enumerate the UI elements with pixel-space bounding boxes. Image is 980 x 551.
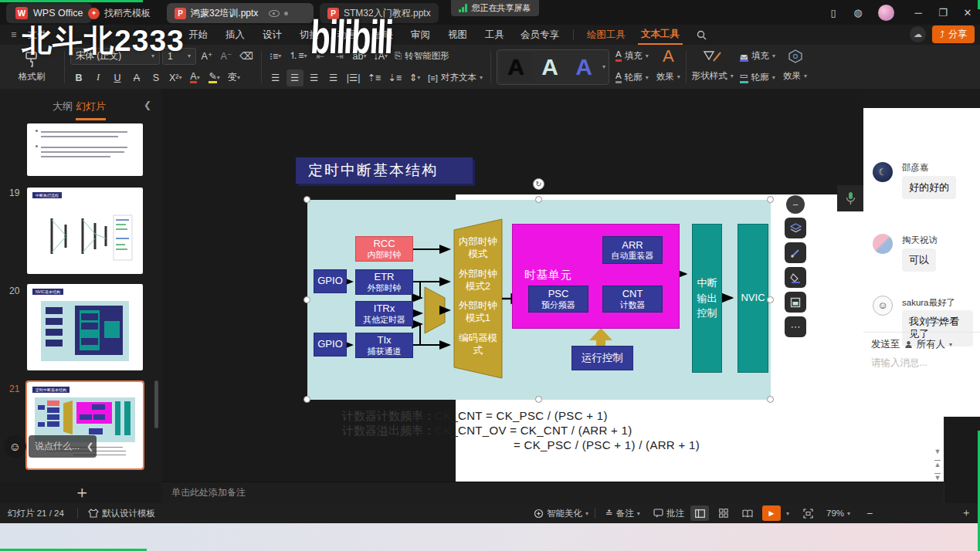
menu-text-tools[interactable]: 文本工具 bbox=[638, 25, 683, 45]
format-painter-button[interactable]: 格式刷 bbox=[5, 47, 59, 87]
italic-button[interactable]: I bbox=[90, 69, 107, 86]
selection-handle-s[interactable] bbox=[535, 396, 542, 403]
selection-handle-sw[interactable] bbox=[303, 396, 310, 403]
collapse-toolbar-button[interactable]: − bbox=[786, 195, 805, 214]
line-spacing-button[interactable]: ⇕▾ bbox=[406, 69, 423, 86]
decrease-font-button[interactable]: A⁻ bbox=[218, 48, 235, 65]
chat-message-input[interactable]: 请输入消息... bbox=[871, 357, 927, 370]
distribute-button[interactable]: |☰| bbox=[344, 69, 363, 86]
increase-indent-button[interactable]: ⇥ bbox=[331, 48, 348, 65]
menu-design[interactable]: 设计 bbox=[259, 25, 285, 45]
tab-template-store[interactable]: ✦ 找稻壳模板 bbox=[80, 3, 158, 23]
crop-frame-button[interactable] bbox=[785, 292, 806, 313]
selection-handle-n[interactable] bbox=[535, 196, 542, 203]
shape-style-button[interactable]: 形状样式▾ bbox=[692, 67, 734, 86]
justify-button[interactable]: ☰ bbox=[325, 69, 342, 86]
highlight-color-button[interactable]: ✎▾ bbox=[206, 69, 223, 86]
menu-insert[interactable]: 插入 bbox=[222, 25, 248, 45]
bold-button[interactable]: B bbox=[70, 69, 87, 86]
restore-button[interactable]: ❐ bbox=[931, 0, 955, 25]
superscript-button[interactable]: X²▾ bbox=[167, 69, 185, 86]
play-options-icon[interactable]: ▾ bbox=[786, 510, 789, 517]
increase-font-button[interactable]: A⁺ bbox=[198, 48, 215, 65]
next-slide-icon[interactable]: ▼ bbox=[934, 473, 941, 482]
align-text-button[interactable]: [≡] 对齐文本▾ bbox=[426, 69, 485, 86]
more-options-button[interactable]: ⋯ bbox=[785, 316, 806, 337]
design-template-button[interactable]: 默认设计模板 bbox=[88, 503, 155, 523]
notes-toggle-button[interactable]: ≛ 备注▾ bbox=[605, 503, 640, 523]
slide-title-textbox[interactable]: 定时中断基本结构 bbox=[296, 157, 473, 184]
shadow-button[interactable]: S bbox=[148, 69, 164, 86]
numbered-list-button[interactable]: ⒈≡▾ bbox=[287, 48, 310, 65]
underline-button[interactable]: U bbox=[109, 69, 126, 86]
minimize-button[interactable]: ─ bbox=[906, 0, 931, 25]
selection-handle-w[interactable] bbox=[303, 296, 310, 303]
selection-handle-ne[interactable] bbox=[767, 196, 774, 203]
close-button[interactable]: ✕ bbox=[955, 0, 980, 25]
smart-beautify-button[interactable]: 智能美化▾ bbox=[534, 503, 588, 523]
slide-thumbnail-18[interactable] bbox=[27, 123, 143, 176]
hamburger-menu-icon[interactable]: ≡ bbox=[8, 25, 19, 45]
collapse-panel-icon[interactable]: ❮ bbox=[144, 100, 151, 110]
danmaku-emoji-button[interactable]: ☺ bbox=[4, 435, 26, 458]
menu-slideshow[interactable]: 放映 bbox=[371, 25, 396, 45]
zoom-level-button[interactable]: 79%▾ bbox=[826, 503, 850, 523]
menu-draw-tools[interactable]: 绘图工具 bbox=[584, 25, 629, 45]
shape-fill-button[interactable]: ◛ 填充▾ bbox=[740, 47, 775, 66]
font-size-select[interactable]: 1▾ bbox=[162, 48, 196, 65]
text-style-blue[interactable]: A bbox=[568, 52, 599, 82]
menu-tools[interactable]: 工具 bbox=[482, 25, 507, 45]
gallery-more-icon[interactable]: ▾ bbox=[602, 63, 605, 70]
send-to-selector[interactable]: 发送至 所有人 ▾ bbox=[871, 338, 952, 351]
menu-view[interactable]: 视图 bbox=[445, 25, 470, 45]
selection-handle-nw[interactable] bbox=[303, 196, 310, 203]
line-spacing-up-button[interactable]: ⇡≡ bbox=[365, 69, 383, 86]
search-icon[interactable] bbox=[693, 25, 710, 45]
slide-thumbnail-20[interactable]: NVIC基本结构 bbox=[27, 284, 143, 370]
selection-handle-e[interactable] bbox=[767, 296, 774, 303]
slide-sorter-view-button[interactable] bbox=[714, 505, 733, 521]
timer-diagram-picture[interactable]: GPIO RCC内部时钟 ETR外部时钟 ITRx其他定时器 GPIO TIx捕… bbox=[307, 200, 771, 400]
previous-slide-icon[interactable]: ▲ bbox=[934, 460, 941, 468]
menu-home[interactable]: 开始 bbox=[185, 25, 211, 45]
device-sync-icon[interactable]: ▯ bbox=[821, 0, 846, 25]
tab-outline[interactable]: 大纲 bbox=[53, 100, 73, 118]
bullet-list-button[interactable]: ⁝≡▾ bbox=[267, 48, 284, 65]
font-name-select[interactable]: 宋体 (正文)▾ bbox=[70, 48, 160, 65]
decrease-indent-button[interactable]: ⇤ bbox=[312, 48, 329, 65]
add-slide-button[interactable]: ＋ bbox=[73, 481, 90, 504]
tab-slides[interactable]: 幻灯片 bbox=[76, 100, 106, 120]
menu-transition[interactable]: 切换 bbox=[297, 25, 322, 45]
menu-animation[interactable]: 动画 bbox=[334, 25, 359, 45]
text-style-black[interactable]: A bbox=[500, 52, 531, 82]
align-right-button[interactable]: ☰ bbox=[306, 69, 323, 86]
globe-icon[interactable]: ◍ bbox=[846, 0, 870, 25]
convert-smart-graphic-button[interactable]: ⎘ 转智能图形 bbox=[392, 48, 452, 65]
rotate-handle[interactable]: ↻ bbox=[533, 178, 544, 190]
reading-view-button[interactable] bbox=[738, 505, 757, 521]
menu-member[interactable]: 会员专享 bbox=[517, 25, 562, 45]
text-style-gallery[interactable]: A A A ▾ bbox=[497, 49, 609, 85]
text-effect-menu-button[interactable]: 效果▾ bbox=[656, 68, 680, 86]
text-fill-button[interactable]: A 填充▾ bbox=[615, 47, 649, 66]
shape-effect-button[interactable]: 效果▾ bbox=[783, 67, 807, 86]
text-sort-button[interactable]: ↓A▾ bbox=[371, 48, 390, 65]
microphone-overlay[interactable] bbox=[837, 185, 863, 211]
normal-view-button[interactable] bbox=[690, 505, 709, 521]
text-effect-button[interactable]: 变▾ bbox=[226, 69, 243, 86]
font-color-button[interactable]: A▾ bbox=[187, 69, 204, 86]
text-outline-button[interactable]: A 轮廓▾ bbox=[615, 69, 649, 87]
fit-slide-button[interactable] bbox=[803, 503, 813, 523]
strikethrough-button[interactable]: A bbox=[128, 69, 145, 86]
clear-format-button[interactable]: ⌫ bbox=[237, 48, 256, 65]
preview-eye-icon[interactable] bbox=[269, 10, 280, 17]
cloud-sync-icon[interactable]: ☁ bbox=[910, 26, 926, 42]
brush-button[interactable] bbox=[785, 242, 806, 263]
layers-button[interactable] bbox=[785, 218, 806, 238]
wps-home-tab[interactable]: W WPS Office bbox=[6, 3, 92, 23]
tab-doc-2[interactable]: P STM32入门教程.pptx bbox=[320, 3, 439, 23]
danmaku-collapse-icon[interactable]: ❮ bbox=[83, 435, 97, 458]
shape-outline-button[interactable]: ▭ 轮廓▾ bbox=[740, 69, 775, 87]
fill-color-button[interactable] bbox=[785, 267, 806, 288]
menu-file[interactable]: 文件 bbox=[25, 25, 50, 45]
